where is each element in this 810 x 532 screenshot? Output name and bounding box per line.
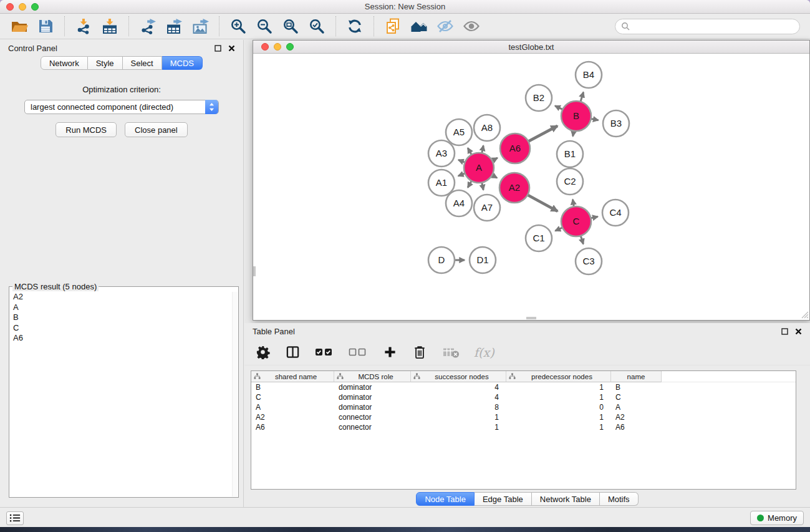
table-cell[interactable]: connector — [334, 423, 411, 432]
save-session-button[interactable] — [35, 16, 56, 36]
table-row[interactable]: Bdominator41B — [251, 382, 796, 392]
graph-node-D1[interactable]: D1 — [470, 247, 496, 273]
horizontal-scroll-thumb[interactable] — [526, 317, 536, 319]
column-header-successor-nodes[interactable]: successor nodes — [411, 371, 506, 382]
hide-details-button[interactable] — [435, 16, 456, 36]
run-mcds-button[interactable]: Run MCDS — [55, 122, 117, 137]
mcds-result-item[interactable]: A — [10, 302, 232, 313]
refresh-layout-button[interactable] — [344, 16, 365, 36]
create-column-button[interactable] — [382, 344, 398, 360]
close-panel-icon[interactable] — [228, 45, 235, 52]
table-cell[interactable]: A2 — [251, 413, 334, 422]
graph-node-A7[interactable]: A7 — [474, 195, 500, 221]
mcds-result-item[interactable]: B — [10, 312, 232, 323]
graph-node-B[interactable]: B — [561, 101, 591, 131]
import-table-button[interactable] — [99, 16, 120, 36]
network-graph[interactable]: B4B2BB3A5A8A6B1A3AC2A1A2A4A7C4CC1DD1C3 — [253, 54, 809, 319]
graph-node-A3[interactable]: A3 — [428, 140, 455, 167]
graph-node-D[interactable]: D — [428, 247, 455, 273]
graph-node-C2[interactable]: C2 — [557, 168, 583, 195]
mcds-result-item[interactable]: A6 — [10, 333, 232, 344]
column-layout-button[interactable] — [284, 344, 301, 360]
deselect-all-columns-button[interactable] — [348, 344, 368, 360]
graph-node-B1[interactable]: B1 — [557, 141, 583, 167]
zoom-selected-button[interactable] — [306, 16, 327, 36]
search-input[interactable] — [633, 22, 794, 31]
float-panel-icon[interactable] — [215, 45, 221, 52]
tab-network-table[interactable]: Network Table — [532, 492, 600, 506]
graph-node-A8[interactable]: A8 — [474, 115, 500, 141]
open-file-button[interactable] — [9, 16, 30, 36]
table-cell[interactable]: A — [611, 403, 662, 412]
export-network-button[interactable] — [137, 16, 158, 36]
mcds-result-item[interactable]: A2 — [10, 292, 232, 302]
table-cell[interactable]: 0 — [506, 403, 611, 412]
task-history-button[interactable] — [6, 511, 24, 525]
show-details-button[interactable] — [461, 16, 482, 36]
tab-network[interactable]: Network — [41, 56, 88, 70]
delete-column-button[interactable] — [412, 344, 428, 360]
export-table-button[interactable] — [163, 16, 185, 36]
table-cell[interactable]: A2 — [611, 413, 662, 422]
table-cell[interactable]: 1 — [411, 413, 506, 422]
delete-table-button[interactable] — [441, 344, 460, 360]
graph-node-A2[interactable]: A2 — [499, 173, 529, 203]
table-cell[interactable]: dominator — [334, 383, 411, 392]
column-header-shared-name[interactable]: shared name — [251, 371, 334, 382]
mcds-result-list[interactable]: A2ABCA6 — [10, 292, 232, 496]
tab-mcds[interactable]: MCDS — [162, 56, 203, 70]
table-cell[interactable]: dominator — [334, 393, 411, 402]
zoom-out-button[interactable] — [254, 16, 275, 36]
table-settings-button[interactable] — [254, 344, 271, 360]
graph-node-C[interactable]: C — [561, 206, 591, 236]
function-builder-button[interactable]: f(x) — [474, 346, 494, 359]
graph-node-A4[interactable]: A4 — [446, 190, 472, 216]
node-table[interactable]: shared nameMCDS rolesuccessor nodesprede… — [251, 370, 796, 490]
table-row[interactable]: Adominator80A — [251, 402, 796, 412]
table-cell[interactable]: 8 — [411, 403, 506, 412]
table-cell[interactable]: connector — [334, 413, 411, 422]
tab-select[interactable]: Select — [123, 56, 162, 70]
column-header-predecessor-nodes[interactable]: predecessor nodes — [506, 371, 611, 382]
table-cell[interactable]: C — [251, 393, 334, 402]
network-close-button[interactable] — [261, 43, 269, 51]
table-cell[interactable]: C — [611, 393, 662, 402]
table-row[interactable]: Cdominator41C — [251, 392, 796, 402]
resize-grip[interactable] — [801, 311, 809, 319]
import-network-button[interactable] — [73, 16, 94, 36]
float-table-panel-icon[interactable] — [781, 328, 788, 335]
table-cell[interactable]: 1 — [506, 393, 611, 402]
graph-node-A1[interactable]: A1 — [428, 170, 455, 196]
table-cell[interactable]: B — [251, 383, 334, 392]
graph-node-A[interactable]: A — [464, 153, 494, 183]
close-table-panel-icon[interactable] — [795, 328, 802, 335]
table-cell[interactable]: dominator — [334, 403, 411, 412]
table-cell[interactable]: 4 — [411, 393, 506, 402]
tab-edge-table[interactable]: Edge Table — [475, 492, 532, 506]
column-header-mcds-role[interactable]: MCDS role — [334, 371, 411, 382]
tab-motifs[interactable]: Motifs — [600, 492, 639, 506]
memory-button[interactable]: Memory — [750, 511, 804, 525]
network-minimize-button[interactable] — [274, 43, 281, 51]
column-header-name[interactable]: name — [611, 371, 662, 382]
result-scrollbar[interactable] — [232, 292, 238, 496]
table-row[interactable]: A2connector11A2 — [251, 412, 796, 422]
graph-node-B3[interactable]: B3 — [603, 110, 629, 137]
graph-node-C1[interactable]: C1 — [526, 225, 552, 251]
graph-node-A5[interactable]: A5 — [446, 119, 472, 145]
select-all-columns-button[interactable] — [314, 344, 334, 360]
zoom-in-button[interactable] — [228, 16, 249, 36]
graph-node-C3[interactable]: C3 — [576, 248, 602, 274]
table-row[interactable]: A6connector11A6 — [251, 422, 796, 432]
criterion-dropdown[interactable]: largest connected component (directed) — [24, 100, 219, 114]
table-cell[interactable]: 1 — [506, 383, 611, 392]
table-cell[interactable]: A — [251, 403, 334, 412]
mcds-result-item[interactable]: C — [10, 323, 232, 334]
network-zoom-button[interactable] — [286, 43, 294, 51]
table-cell[interactable]: 4 — [411, 383, 506, 392]
table-cell[interactable]: A6 — [251, 423, 334, 432]
table-cell[interactable]: 1 — [411, 423, 506, 432]
network-canvas[interactable]: B4B2BB3A5A8A6B1A3AC2A1A2A4A7C4CC1DD1C3 — [253, 54, 809, 319]
graph-node-B2[interactable]: B2 — [526, 85, 552, 111]
graph-node-B4[interactable]: B4 — [576, 62, 602, 88]
